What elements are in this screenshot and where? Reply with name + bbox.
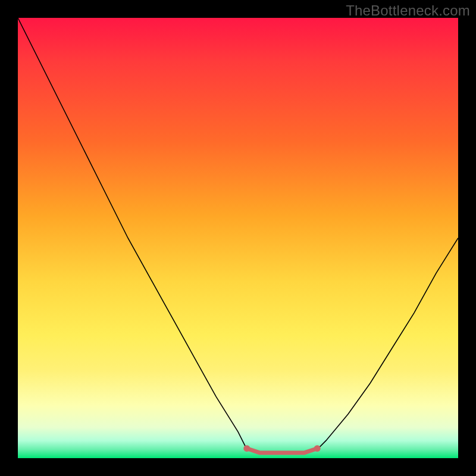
chart-highlight-end-dot — [314, 445, 321, 452]
watermark-text: TheBottleneck.com — [346, 2, 470, 19]
chart-svg — [18, 18, 458, 458]
chart-plot-area — [18, 18, 458, 458]
chart-main-curve — [18, 18, 458, 454]
chart-highlight-segment — [247, 449, 317, 453]
chart-highlight-start-dot — [243, 445, 250, 452]
